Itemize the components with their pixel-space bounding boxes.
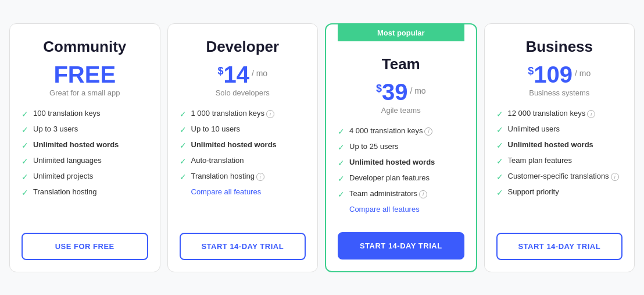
feature-item: ✓ 12 000 translation keysi — [496, 109, 623, 119]
plan-price-period: / mo — [410, 86, 425, 95]
feature-text: Unlimited languages — [33, 156, 102, 165]
features-list-team: ✓ 4 000 translation keysi ✓ Up to 25 use… — [338, 126, 464, 221]
plan-price-row-business: $109/ mo — [496, 63, 623, 86]
plan-title-business: Business — [496, 38, 623, 56]
feature-item: ✓ Up to 25 users — [338, 142, 464, 152]
check-icon: ✓ — [338, 190, 345, 199]
check-icon: ✓ — [180, 172, 187, 182]
info-icon: i — [266, 110, 274, 118]
feature-item: ✓ Unlimited languages — [22, 156, 148, 166]
feature-item: ✓ 100 translation keys — [22, 109, 148, 119]
check-icon: ✓ — [180, 125, 187, 134]
features-list-developer: ✓ 1 000 translation keysi ✓ Up to 10 use… — [180, 109, 306, 221]
plan-card-community: CommunityFREEGreat for a small app ✓ 100… — [9, 23, 160, 272]
feature-item: ✓ Customer-specific translationsi — [496, 172, 623, 182]
plan-subtitle-team: Agile teams — [338, 106, 464, 115]
check-icon: ✓ — [22, 141, 28, 150]
feature-item: ✓ Auto-translation — [180, 156, 306, 166]
popular-badge: Most popular — [338, 24, 464, 41]
info-icon: i — [424, 127, 432, 136]
plan-price-row-team: $39/ mo — [338, 80, 464, 104]
feature-text: Unlimited hosted words — [508, 140, 593, 149]
plan-price-dollar: $ — [217, 65, 223, 77]
feature-text: Unlimited users — [508, 125, 560, 133]
feature-item: ✓ Team plan features — [496, 156, 623, 166]
check-icon: ✓ — [338, 174, 345, 183]
plan-cta-button-business[interactable]: START 14-DAY TRIAL — [496, 233, 623, 260]
plan-price-dollar: $ — [376, 83, 382, 95]
check-icon: ✓ — [22, 109, 28, 119]
check-icon: ✓ — [496, 172, 503, 182]
check-icon: ✓ — [22, 157, 28, 166]
feature-text: Developer plan features — [349, 173, 430, 182]
check-icon: ✓ — [496, 141, 503, 150]
feature-item: ✓ Translation hostingi — [180, 172, 306, 182]
plan-price-free: FREE — [53, 63, 116, 86]
check-icon: ✓ — [180, 109, 187, 119]
feature-text: Unlimited hosted words — [191, 140, 277, 149]
check-icon: ✓ — [496, 125, 503, 134]
feature-text: 100 translation keys — [33, 109, 101, 118]
info-icon: i — [587, 110, 595, 118]
plan-price-dollar: $ — [528, 65, 534, 77]
features-list-business: ✓ 12 000 translation keysi ✓ Unlimited u… — [496, 109, 623, 221]
feature-text: Unlimited projects — [33, 172, 93, 180]
feature-item: ✓ Up to 3 users — [22, 125, 148, 134]
info-icon: i — [611, 173, 619, 181]
plan-cta-button-team[interactable]: START 14-DAY TRIAL — [338, 232, 464, 260]
feature-item: ✓ 4 000 translation keysi — [338, 126, 464, 136]
check-icon: ✓ — [180, 141, 187, 150]
plan-subtitle-developer: Solo developers — [180, 88, 306, 97]
plan-title-community: Community — [22, 38, 148, 56]
plan-price-period: / mo — [575, 69, 591, 78]
info-icon: i — [256, 173, 264, 181]
feature-text: Support priority — [508, 187, 559, 196]
feature-item: ✓ Unlimited hosted words — [180, 140, 306, 150]
feature-text: Customer-specific translationsi — [508, 172, 619, 181]
plan-card-business: Business$109/ moBusiness systems ✓ 12 00… — [484, 23, 635, 272]
feature-item: ✓ Unlimited hosted words — [496, 140, 623, 150]
check-icon: ✓ — [338, 127, 345, 136]
plan-title-team: Team — [338, 55, 464, 73]
feature-item: ✓ 1 000 translation keysi — [180, 109, 306, 119]
feature-item: ✓ Team administratorsi — [338, 189, 464, 199]
feature-item: ✓ Support priority — [496, 187, 623, 197]
feature-text: Up to 10 users — [191, 125, 241, 133]
check-icon: ✓ — [496, 188, 503, 197]
compare-all-link[interactable]: Compare all features — [191, 187, 262, 196]
check-icon: ✓ — [22, 125, 28, 134]
plan-card-developer: Developer$14/ moSolo developers ✓ 1 000 … — [167, 23, 319, 272]
plan-price-amount: 14 — [223, 63, 249, 86]
feature-item: ✓ Unlimited users — [496, 125, 623, 134]
feature-item: ✓ Developer plan features — [338, 173, 464, 183]
check-icon: ✓ — [180, 157, 187, 166]
feature-text: Team administratorsi — [349, 189, 427, 198]
check-icon: ✓ — [338, 158, 345, 168]
feature-item: ✓ Translation hosting — [22, 187, 148, 197]
compare-all-link[interactable]: Compare all features — [349, 205, 420, 214]
check-icon: ✓ — [496, 157, 503, 166]
info-icon: i — [419, 190, 427, 198]
check-icon: ✓ — [496, 109, 503, 119]
feature-text: Unlimited hosted words — [349, 158, 435, 166]
feature-text: 1 000 translation keysi — [191, 109, 274, 118]
compare-link-item: ✓ Compare all features — [338, 205, 464, 215]
feature-item: ✓ Unlimited projects — [22, 172, 148, 182]
feature-text: Translation hostingi — [191, 172, 264, 181]
plan-cta-button-community[interactable]: USE FOR FREE — [22, 233, 148, 260]
plan-price-amount: 109 — [534, 63, 573, 86]
check-icon: ✓ — [338, 143, 345, 152]
plan-cta-button-developer[interactable]: START 14-DAY TRIAL — [180, 233, 306, 260]
feature-text: 12 000 translation keysi — [508, 109, 596, 118]
feature-text: Team plan features — [508, 156, 573, 165]
feature-text: Auto-translation — [191, 156, 244, 165]
plan-price-row-developer: $14/ mo — [180, 63, 306, 86]
feature-item: ✓ Unlimited hosted words — [22, 140, 148, 150]
check-icon: ✓ — [22, 188, 28, 197]
plan-price-amount: 39 — [382, 80, 408, 104]
feature-text: 4 000 translation keysi — [349, 126, 432, 136]
feature-text: Translation hosting — [33, 187, 96, 196]
feature-item: ✓ Unlimited hosted words — [338, 158, 464, 168]
plan-subtitle-community: Great for a small app — [22, 88, 148, 97]
plan-subtitle-business: Business systems — [496, 88, 623, 97]
